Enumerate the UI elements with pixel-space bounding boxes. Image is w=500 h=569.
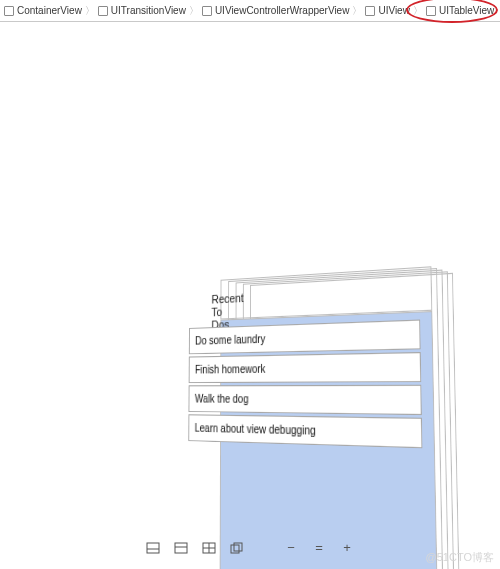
view-icon	[4, 6, 14, 16]
chevron-right-icon: 〉	[351, 4, 363, 18]
chevron-right-icon: 〉	[84, 4, 96, 18]
crumb-containerview[interactable]: ContainerView	[2, 5, 84, 16]
table-row[interactable]: Finish homework	[189, 351, 422, 382]
crumb-label: UITransitionView	[111, 5, 186, 16]
cell-text: Finish homework	[195, 362, 265, 375]
zoom-reset-button[interactable]: =	[312, 540, 326, 555]
view-icon	[98, 6, 108, 16]
zoom-out-button[interactable]: −	[284, 540, 298, 555]
layer-uinavigationbar[interactable]	[220, 266, 432, 319]
view-3d-button[interactable]	[174, 542, 188, 554]
crumb-label: UIView	[378, 5, 410, 16]
view-grid-button[interactable]	[202, 542, 216, 554]
view-debugger-canvas[interactable]: Recent To Dos Do some laundry Finish hom…	[0, 60, 500, 509]
view-icon	[426, 6, 436, 16]
crumb-label: ContainerView	[17, 5, 82, 16]
svg-rect-7	[231, 545, 239, 553]
svg-rect-2	[175, 543, 187, 553]
chevron-right-icon: 〉	[188, 4, 200, 18]
zoom-in-button[interactable]: +	[340, 540, 354, 555]
crumb-uiview[interactable]: UIView	[363, 5, 412, 16]
cell-text: Walk the dog	[195, 392, 249, 404]
svg-rect-0	[147, 543, 159, 553]
watermark: @51CTO博客	[426, 550, 494, 565]
chevron-right-icon: 〉	[412, 4, 424, 18]
breadcrumb: ContainerView 〉 UITransitionView 〉 UIVie…	[0, 0, 500, 22]
crumb-uitransitionview[interactable]: UITransitionView	[96, 5, 188, 16]
table-row[interactable]: Walk the dog	[188, 384, 421, 415]
view-icon	[365, 6, 375, 16]
view-icon	[202, 6, 212, 16]
svg-rect-8	[234, 543, 242, 551]
cell-text: Learn about view debugging	[195, 421, 316, 436]
crumb-label: UITableView	[439, 5, 494, 16]
cell-text: Do some laundry	[195, 332, 265, 346]
crumb-label: UIViewControllerWrapperView	[215, 5, 350, 16]
view-2d-button[interactable]	[146, 542, 160, 554]
crumb-uitableview[interactable]: UITableView	[424, 5, 496, 16]
crumb-uiviewcontrollerwrapperview[interactable]: UIViewControllerWrapperView	[200, 5, 352, 16]
view-stacked-button[interactable]	[230, 542, 244, 554]
